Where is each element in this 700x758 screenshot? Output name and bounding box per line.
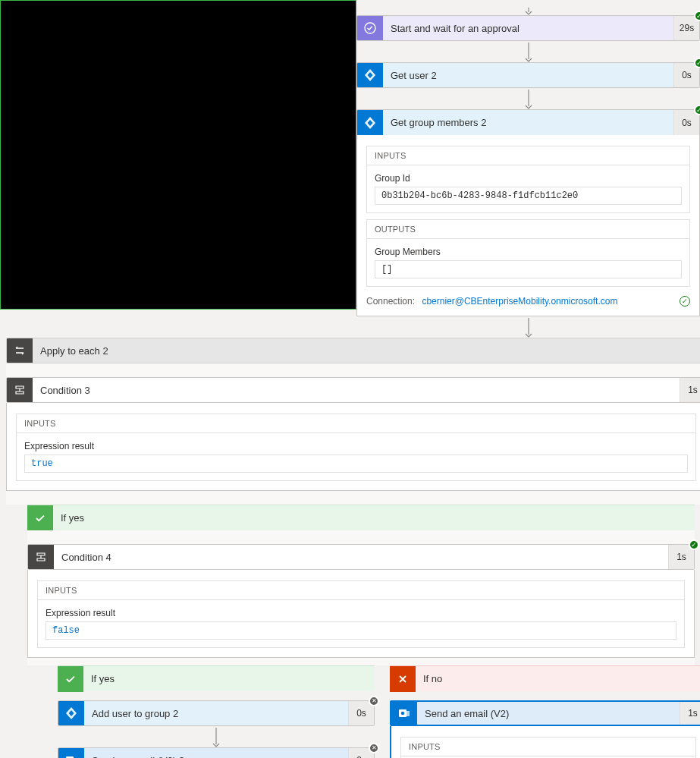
connection-row: Connection: cbernier@CBEnterpriseMobilit…	[366, 293, 690, 307]
outputs-card: OUTPUTS Group Members []	[366, 219, 690, 287]
aad-icon	[357, 62, 383, 88]
step-title: Start and wait for an approval	[383, 23, 673, 34]
step-title: Get group members 2	[383, 117, 673, 128]
group-id-label: Group Id	[375, 173, 682, 184]
inputs-card: INPUTS Expression result false	[37, 580, 685, 648]
status-success-icon	[694, 58, 700, 68]
step-title: Add user to group 2	[84, 708, 348, 719]
step-title: Send an email (V2) 3	[84, 755, 348, 759]
approval-icon	[357, 15, 383, 41]
expression-result-value[interactable]: false	[46, 621, 676, 640]
inputs-card: INPUTS Expression result true	[16, 414, 696, 481]
connection-label: Connection:	[366, 296, 415, 307]
step-get-group-members-2[interactable]: Get group members 2 0s	[356, 109, 700, 135]
check-icon	[27, 505, 53, 531]
aad-icon	[357, 110, 383, 136]
outlook-icon	[391, 700, 417, 726]
group-members-value[interactable]: []	[375, 260, 682, 278]
step-apply-to-each-2[interactable]: Apply to each 2	[6, 338, 700, 363]
step-title: Get user 2	[383, 70, 673, 81]
group-id-value[interactable]: 0b31b204-bc6b-4283-9848-f1dfcb11c2e0	[375, 187, 682, 205]
step-body: INPUTS Expression result true	[6, 403, 700, 491]
status-success-icon	[689, 539, 699, 550]
arrow-icon	[211, 726, 221, 747]
cross-icon	[390, 666, 416, 692]
step-condition-4[interactable]: Condition 4 1s	[27, 544, 695, 570]
step-title: Condition 4	[54, 552, 668, 563]
aad-icon	[58, 700, 84, 726]
inputs-card: INPUTS To cbernier@CBEnterpriseMobility.…	[400, 737, 696, 758]
step-body: INPUTS Group Id 0b31b204-bc6b-4283-9848-…	[356, 135, 700, 316]
inputs-header: INPUTS	[17, 414, 695, 433]
step-start-wait-approval[interactable]: Start and wait for an approval 29s	[356, 15, 700, 41]
status-success-icon	[694, 105, 700, 115]
step-body: INPUTS To cbernier@CBEnterpriseMobility.…	[390, 726, 700, 758]
check-icon	[58, 666, 83, 692]
step-condition-3[interactable]: Condition 3 1s	[6, 377, 700, 403]
inputs-header: INPUTS	[38, 581, 684, 600]
step-body: INPUTS Expression result false	[27, 570, 695, 658]
outputs-header: OUTPUTS	[367, 220, 689, 239]
expression-result-value[interactable]: true	[24, 454, 688, 473]
step-get-user-2[interactable]: Get user 2 0s	[356, 62, 700, 88]
loop-icon	[7, 338, 33, 363]
branch-title: If no	[416, 666, 700, 691]
arrow-icon	[523, 88, 534, 109]
step-send-email-v2[interactable]: Send an email (V2) 1s	[390, 700, 700, 726]
connection-ok-icon: ✓	[680, 296, 690, 307]
condition-icon	[28, 544, 54, 570]
step-duration: 1s	[680, 700, 700, 726]
status-success-icon	[694, 11, 700, 21]
step-title: Send an email (V2)	[417, 708, 680, 719]
step-duration: 1s	[680, 377, 700, 403]
outlook-icon	[58, 747, 84, 758]
step-title: Apply to each 2	[33, 345, 700, 357]
branch-if-yes-inner[interactable]: If yes	[58, 665, 375, 691]
status-skipped-icon	[369, 696, 379, 706]
connection-link[interactable]: cbernier@CBEnterpriseMobility.onmicrosof…	[422, 296, 617, 307]
condition-icon	[7, 377, 33, 403]
svg-point-6	[401, 712, 405, 716]
group-members-label: Group Members	[375, 247, 682, 257]
inputs-header: INPUTS	[401, 738, 695, 756]
step-title: Condition 3	[33, 385, 680, 396]
expression-result-label: Expression result	[24, 441, 688, 451]
inputs-card: INPUTS Group Id 0b31b204-bc6b-4283-9848-…	[366, 146, 690, 213]
arrow-icon	[523, 0, 534, 15]
inputs-header: INPUTS	[367, 146, 689, 165]
step-add-user-to-group-2[interactable]: Add user to group 2 0s	[58, 700, 375, 726]
expression-result-label: Expression result	[46, 608, 676, 618]
branch-title: If yes	[83, 666, 375, 691]
arrow-icon	[523, 316, 534, 338]
left-black-panel	[0, 0, 356, 310]
step-send-email-v2-3[interactable]: Send an email (V2) 3 0s	[58, 747, 375, 758]
arrow-icon	[523, 41, 534, 62]
branch-title: If yes	[53, 505, 695, 530]
branch-if-yes[interactable]: If yes	[27, 505, 695, 530]
status-skipped-icon	[369, 743, 379, 753]
branch-if-no[interactable]: If no	[390, 665, 700, 691]
